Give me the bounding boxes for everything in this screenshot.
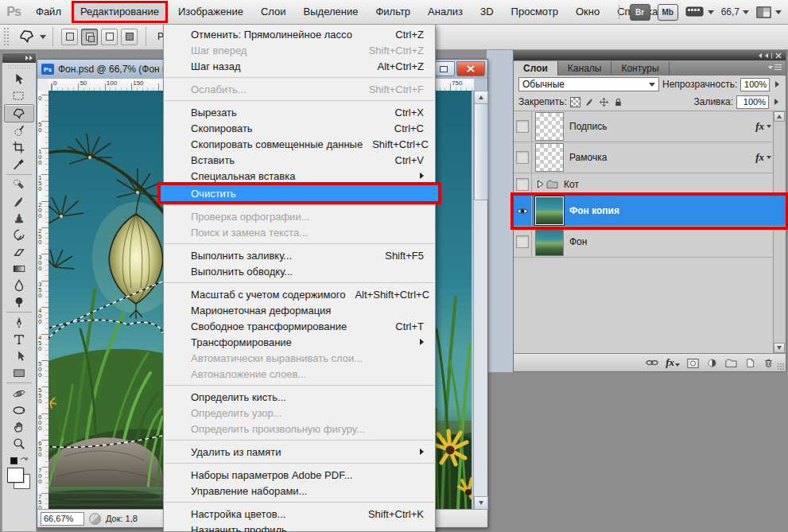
swap-colors-control[interactable] [2, 456, 36, 464]
lock-transparency-button[interactable] [570, 96, 581, 107]
menu-item-step-backward[interactable]: Шаг назадAlt+Ctrl+Z [164, 58, 435, 74]
rectangular-marquee-tool[interactable] [5, 87, 33, 104]
scroll-down-button[interactable] [474, 496, 488, 510]
intersect-selection-button[interactable] [121, 29, 138, 45]
layer-row[interactable]: Кот [514, 173, 786, 196]
visibility-toggle[interactable] [514, 196, 532, 226]
menu-item-check-spelling[interactable]: Проверка орфографии... [164, 208, 435, 224]
blend-mode-select[interactable]: Обычные [518, 77, 659, 91]
menu-item-color-settings[interactable]: Настройка цветов...Shift+Ctrl+K [164, 506, 435, 522]
opacity-field[interactable]: 100% [740, 78, 770, 91]
eraser-tool[interactable] [5, 243, 33, 260]
menubar-item-select[interactable]: Выделение [295, 1, 367, 23]
visibility-toggle[interactable] [514, 142, 532, 173]
panel-resize-grip[interactable] [777, 363, 785, 371]
menubar-item-layers[interactable]: Слои [252, 1, 295, 23]
scrollbar-thumb[interactable] [474, 103, 488, 200]
add-to-selection-button[interactable] [81, 29, 98, 45]
add-layer-mask-button[interactable] [686, 357, 700, 369]
menu-item-define-pattern[interactable]: Определить узор... [164, 405, 435, 421]
3d-orbit-tool[interactable] [5, 402, 33, 418]
quick-selection-tool[interactable] [5, 122, 33, 139]
fill-field[interactable]: 100% [736, 95, 769, 109]
brush-tool[interactable] [5, 193, 33, 210]
menu-item-step-forward[interactable]: Шаг впередShift+Ctrl+Z [164, 42, 435, 58]
layer-row[interactable]: Рамочкаfx [514, 142, 786, 173]
crop-tool[interactable] [5, 139, 33, 156]
layer-fx-badge[interactable]: fx [755, 151, 771, 164]
layer-row[interactable]: Фон [514, 227, 786, 258]
menubar-item-file[interactable]: Файл [27, 1, 70, 23]
new-layer-button[interactable] [744, 357, 756, 369]
vertical-scrollbar[interactable] [473, 91, 487, 510]
menubar-item-view[interactable]: Просмотр [503, 1, 567, 23]
adjustment-layer-button[interactable] [706, 357, 718, 369]
path-selection-tool[interactable] [5, 348, 33, 364]
subtract-from-selection-button[interactable] [101, 29, 118, 45]
menu-item-fade[interactable]: Ослабить...Shift+Ctrl+F [164, 81, 435, 97]
menu-item-clear[interactable]: Очистить [161, 185, 438, 201]
scroll-down-button[interactable] [774, 343, 785, 353]
visibility-toggle[interactable] [514, 173, 532, 195]
status-clock-icon[interactable] [89, 513, 101, 525]
new-selection-button[interactable] [61, 29, 78, 45]
rectangle-shape-tool[interactable] [5, 364, 33, 381]
spot-healing-brush-tool[interactable] [5, 177, 33, 193]
ruler-origin-corner[interactable] [37, 79, 49, 91]
menu-item-content-aware-scale[interactable]: Масштаб с учетом содержимогоAlt+Shift+Ct… [164, 286, 435, 302]
color-swatches[interactable] [7, 468, 31, 491]
menu-item-define-brush[interactable]: Определить кисть... [164, 389, 435, 405]
tab-layers[interactable]: Слои [514, 61, 558, 76]
collapse-icon[interactable] [765, 53, 768, 58]
layer-row[interactable]: Фон копия [514, 196, 786, 227]
lock-all-button[interactable] [613, 96, 624, 107]
menu-item-assign-profile[interactable]: Назначить профиль... [164, 522, 435, 532]
gradient-tool[interactable] [5, 260, 33, 277]
lock-position-button[interactable] [599, 96, 610, 107]
menu-item-adobe-pdf-presets[interactable]: Наборы параметров Adobe PDF... [164, 467, 435, 483]
menu-item-free-transform[interactable]: Свободное трансформированиеCtrl+T [164, 318, 435, 334]
zoom-tool[interactable] [5, 435, 33, 452]
scroll-up-button[interactable] [774, 111, 785, 122]
close-window-button[interactable] [456, 61, 485, 76]
menubar-item-filter[interactable]: Фильтр [367, 1, 419, 23]
panel-menu-button[interactable] [768, 64, 782, 70]
menu-item-copy-merged[interactable]: Скопировать совмещенные данныеShift+Ctrl… [164, 136, 435, 152]
menu-item-define-custom-shape[interactable]: Определить произвольную фигуру... [164, 421, 435, 437]
menu-item-auto-blend-layers[interactable]: Автоналожение слоев... [164, 366, 435, 382]
bridge-button[interactable]: Br [630, 4, 650, 21]
eyedropper-tool[interactable] [5, 156, 33, 173]
menu-item-paste-special[interactable]: Специальная вставка [164, 168, 435, 184]
tab-channels[interactable]: Каналы [558, 61, 612, 76]
pen-tool[interactable] [5, 314, 33, 331]
history-brush-tool[interactable] [5, 227, 33, 243]
opacity-spinner[interactable] [773, 79, 781, 91]
screen-layout-dropdown[interactable] [756, 6, 782, 18]
menu-item-stroke[interactable]: Выполнить обводку... [164, 263, 435, 279]
move-tool[interactable] [5, 71, 33, 87]
menu-item-purge[interactable]: Удалить из памяти [164, 444, 435, 460]
mini-bridge-button[interactable]: Mb [658, 4, 678, 21]
options-grip[interactable] [3, 27, 10, 46]
menu-item-cut[interactable]: ВырезатьCtrl+X [164, 104, 435, 120]
layer-thumbnail[interactable] [535, 227, 564, 256]
close-panel-icon[interactable] [775, 52, 782, 59]
blur-tool[interactable] [5, 277, 33, 293]
menu-item-auto-align-layers[interactable]: Автоматически выравнивать слои... [164, 350, 435, 366]
menu-item-puppet-warp[interactable]: Марионеточная деформация [164, 302, 435, 318]
layers-scrollbar[interactable] [773, 111, 786, 353]
layer-thumbnail[interactable] [535, 196, 564, 225]
tab-paths[interactable]: Контуры [611, 61, 669, 76]
layer-row[interactable]: Подписьfx [514, 111, 786, 142]
fill-spinner[interactable] [772, 96, 781, 108]
layer-fx-badge[interactable]: fx [755, 120, 771, 133]
palette-collapse-header[interactable] [2, 53, 36, 63]
foreground-color-swatch[interactable] [7, 468, 24, 483]
menubar-item-edit[interactable]: Редактирование [72, 1, 168, 23]
new-group-button[interactable] [724, 357, 738, 368]
clone-stamp-tool[interactable] [5, 210, 33, 227]
status-zoom-field[interactable]: 66,67% [41, 512, 84, 526]
layer-style-button[interactable]: fx [666, 356, 680, 369]
dodge-tool[interactable] [5, 293, 33, 310]
visibility-toggle[interactable] [514, 111, 532, 142]
